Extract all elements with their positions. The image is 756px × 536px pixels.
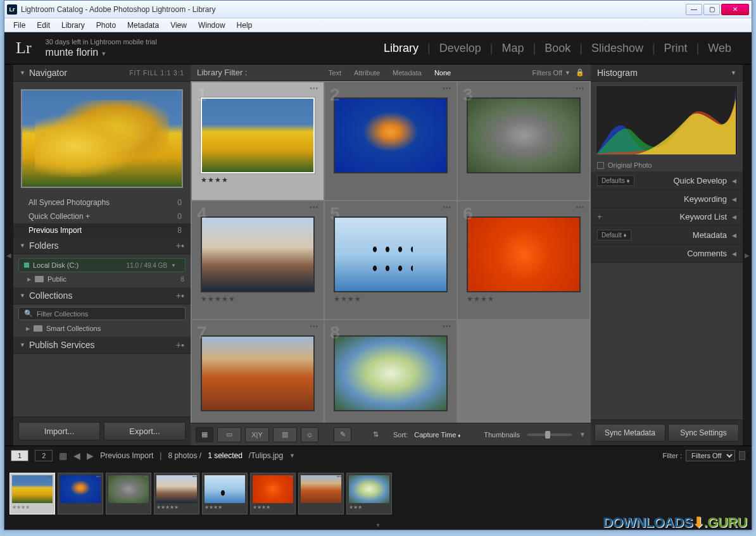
lock-icon[interactable]: 🔒 [576, 68, 584, 77]
grid-cell[interactable]: 1•••★★★★ [192, 82, 324, 200]
catalog-row[interactable]: Previous Import8 [13, 223, 191, 237]
collections-header[interactable]: ▼ Collections +▪ [13, 287, 191, 304]
menu-view[interactable]: View [165, 20, 192, 31]
filmstrip-cell[interactable]: •••★★★★★ [154, 473, 199, 514]
grid-cell[interactable]: 3••• [458, 82, 589, 200]
survey-view-button[interactable]: ▥ [273, 427, 297, 442]
compare-view-button[interactable]: X|Y [245, 427, 269, 442]
filters-state[interactable]: Filters Off [532, 69, 562, 77]
export-button[interactable]: Export... [104, 422, 186, 440]
filter-select[interactable]: Filters Off [686, 450, 735, 461]
filmstrip-cell[interactable]: •••★★★★ [250, 473, 296, 514]
rating-stars[interactable]: ★★★★ [201, 176, 315, 184]
monitor-1-button[interactable]: 1 [11, 450, 28, 461]
sync-settings-button[interactable]: Sync Settings [668, 424, 739, 442]
bottom-edge-grip[interactable]: ▼ [4, 522, 752, 530]
navigator-preview[interactable] [13, 82, 191, 196]
smart-collections-row[interactable]: ▶ Smart Collections [18, 323, 186, 334]
menu-photo[interactable]: Photo [91, 20, 121, 31]
keyword-list-header[interactable]: + Keyword List ◀ [591, 208, 743, 226]
module-library[interactable]: Library [375, 39, 427, 58]
quick-develop-header[interactable]: Defaults ♦ Quick Develop ◀ [591, 171, 743, 190]
menu-window[interactable]: Window [193, 20, 230, 31]
add-collection-button[interactable]: +▪ [176, 290, 184, 301]
quickdev-preset-select[interactable]: Defaults ♦ [597, 175, 634, 186]
menu-library[interactable]: Library [56, 20, 90, 31]
grid-icon[interactable]: ▦ [59, 451, 67, 461]
add-keyword-button[interactable]: + [597, 212, 602, 221]
module-map[interactable]: Map [493, 39, 532, 58]
menu-edit[interactable]: Edit [32, 20, 55, 31]
right-edge-grip[interactable]: ▶ [743, 65, 752, 446]
catalog-row[interactable]: Quick Collection +0 [13, 209, 191, 223]
folders-header[interactable]: ▼ Folders +▪ [13, 237, 191, 254]
source-label[interactable]: Previous Import [100, 451, 153, 460]
filter-switch-icon[interactable] [739, 451, 745, 460]
checkbox-icon[interactable] [597, 162, 604, 169]
volume-row[interactable]: Local Disk (C:) 11.0 / 49.4 GB ▼ [18, 258, 186, 272]
maximize-button[interactable]: ▢ [703, 4, 720, 15]
sync-metadata-button[interactable]: Sync Metadata [595, 424, 665, 442]
original-photo-row[interactable]: Original Photo [591, 159, 743, 171]
grid-cell[interactable]: 7••• [192, 320, 324, 423]
filmstrip-cell[interactable]: ••• [298, 473, 344, 514]
disclosure-icon: ▼ [20, 70, 25, 76]
back-button[interactable]: ◀ [73, 451, 80, 461]
people-view-button[interactable]: ☺ [301, 427, 318, 442]
thumbnail-size-slider[interactable] [527, 433, 572, 436]
minimize-button[interactable]: — [686, 4, 702, 15]
comments-header[interactable]: Comments ◀ [591, 245, 743, 263]
metadata-preset-select[interactable]: Default ♦ [597, 230, 631, 240]
close-button[interactable]: ✕ [721, 4, 749, 15]
filmstrip-cell[interactable]: ••• [106, 473, 151, 514]
rating-stars[interactable]: ★★★★★ [201, 295, 315, 303]
module-book[interactable]: Book [536, 39, 579, 58]
import-button[interactable]: Import... [18, 422, 100, 440]
navigator-header[interactable]: ▼ Navigator FIT FILL 1:1 3:1 [13, 65, 191, 82]
catalog-row[interactable]: All Synced Photographs0 [13, 196, 191, 209]
folder-row[interactable]: ▶ Public 8 [13, 273, 191, 285]
grid-cell[interactable]: 5•••★★★★ [325, 201, 457, 319]
module-develop[interactable]: Develop [431, 39, 490, 58]
grid-cell[interactable]: 6•••★★★★ [458, 201, 589, 319]
painter-tool[interactable]: ✎ [334, 427, 351, 442]
toolbar-menu-icon[interactable]: ▼ [579, 431, 586, 438]
sort-direction-button[interactable]: ⇅ [367, 427, 384, 442]
filter-tab-attribute[interactable]: Attribute [348, 69, 386, 77]
monitor-2-button[interactable]: 2 [35, 450, 53, 461]
module-print[interactable]: Print [655, 39, 696, 58]
grid-cell[interactable]: 8••• [325, 320, 457, 423]
navigator-zoom-opts[interactable]: FIT FILL 1:1 3:1 [129, 70, 184, 77]
grid-cell[interactable]: 2••• [325, 82, 457, 200]
filmstrip-cell[interactable]: •••★★★★ [9, 473, 55, 514]
metadata-header[interactable]: Default ♦ Metadata ◀ [591, 226, 743, 245]
filmstrip-cell[interactable]: •••★★★ [346, 473, 392, 514]
menu-file[interactable]: File [8, 20, 30, 31]
grid-cell[interactable]: 4•••★★★★★ [192, 201, 324, 319]
grid-view-button[interactable]: ▦ [196, 427, 213, 442]
filter-collections-input[interactable]: 🔍 Filter Collections [18, 307, 186, 320]
publish-header[interactable]: ▼ Publish Services +▪ [13, 337, 191, 354]
menu-help[interactable]: Help [232, 20, 258, 31]
filter-tab-none[interactable]: None [428, 69, 457, 77]
module-slideshow[interactable]: Slideshow [583, 39, 652, 58]
add-publish-button[interactable]: +▪ [176, 340, 184, 350]
loupe-view-button[interactable]: ▭ [217, 427, 241, 442]
filter-tab-metadata[interactable]: Metadata [386, 69, 428, 77]
add-folder-button[interactable]: +▪ [176, 240, 184, 251]
rating-stars[interactable]: ★★★★ [467, 295, 581, 303]
rating-stars[interactable]: ★★★★ [334, 295, 448, 303]
left-edge-grip[interactable]: ◀ [4, 65, 13, 446]
filmstrip-cell[interactable]: ••• [58, 473, 103, 514]
menu-metadata[interactable]: Metadata [122, 20, 164, 31]
forward-button[interactable]: ▶ [87, 451, 94, 461]
chevron-down-icon[interactable]: ▼ [289, 452, 295, 459]
filter-tab-text[interactable]: Text [322, 69, 348, 77]
filmstrip-cell[interactable]: •••★★★★ [202, 473, 248, 514]
histogram-header[interactable]: Histogram ▼ [591, 65, 743, 82]
keywording-header[interactable]: Keywording ◀ [591, 190, 743, 208]
user-menu[interactable]: munte florin▼ [46, 47, 157, 58]
module-web[interactable]: Web [699, 39, 740, 58]
sort-select[interactable]: Capture Time ♦ [414, 431, 460, 439]
histogram-chart[interactable] [596, 85, 738, 155]
